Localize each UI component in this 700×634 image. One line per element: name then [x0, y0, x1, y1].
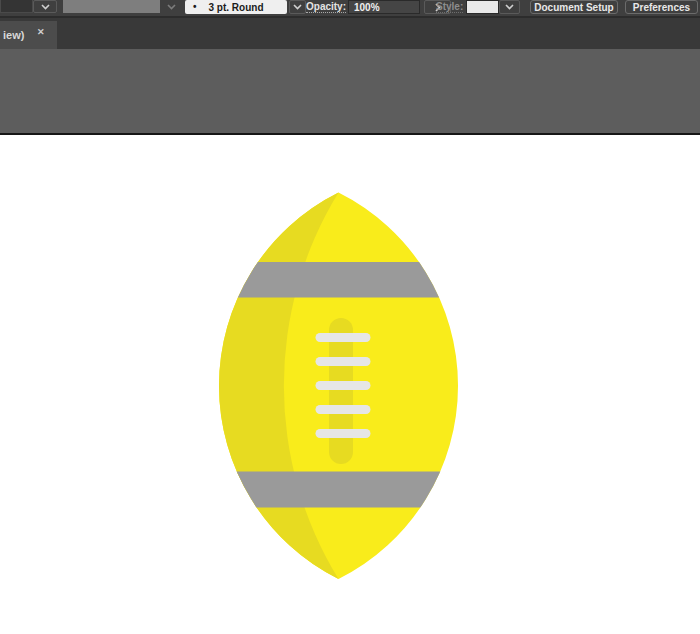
style-dropdown-button[interactable]	[499, 0, 520, 14]
football-stripe-top	[105, 262, 575, 298]
document-tab-bar: iew) ✕	[0, 18, 700, 49]
stroke-weight-dropdown-button[interactable]	[33, 0, 57, 13]
style-label[interactable]: Style:	[436, 1, 463, 13]
control-bar: • 3 pt. Round Opacity: Style: Document S…	[0, 0, 700, 16]
football-lace-rung	[316, 429, 371, 438]
style-swatch[interactable]	[466, 0, 499, 14]
football-lace-rung	[316, 333, 371, 342]
document-tab[interactable]: iew) ✕	[0, 21, 57, 49]
brush-dropdown-button[interactable]	[161, 0, 181, 13]
artboard-canvas[interactable]	[0, 135, 700, 634]
document-setup-button[interactable]: Document Setup	[530, 0, 618, 14]
chevron-down-icon	[167, 4, 176, 10]
opacity-input[interactable]	[348, 0, 420, 14]
football-lace-rung	[316, 381, 371, 390]
chevron-down-icon	[41, 4, 50, 10]
close-icon[interactable]: ✕	[37, 27, 45, 37]
illustrator-window: • 3 pt. Round Opacity: Style: Document S…	[0, 0, 700, 634]
variable-width-profile-dropdown[interactable]	[63, 0, 160, 13]
football-lace-rung	[316, 405, 371, 414]
brush-bullet-icon: •	[193, 0, 197, 14]
pasteboard	[0, 49, 700, 133]
stroke-weight-field[interactable]	[0, 0, 33, 13]
football-lace-rung	[316, 357, 371, 366]
brush-definition-value: 3 pt. Round	[209, 2, 264, 13]
opacity-label[interactable]: Opacity:	[306, 1, 346, 13]
chevron-down-icon	[293, 4, 302, 10]
football-artwork[interactable]	[0, 135, 700, 634]
brush-definition-dropdown-button[interactable]	[289, 0, 306, 14]
chevron-down-icon	[505, 4, 514, 10]
preferences-button[interactable]: Preferences	[625, 0, 698, 14]
football-stripe-bottom	[105, 472, 575, 508]
brush-definition-field[interactable]: • 3 pt. Round	[185, 0, 287, 14]
document-tab-label: iew)	[0, 29, 24, 41]
